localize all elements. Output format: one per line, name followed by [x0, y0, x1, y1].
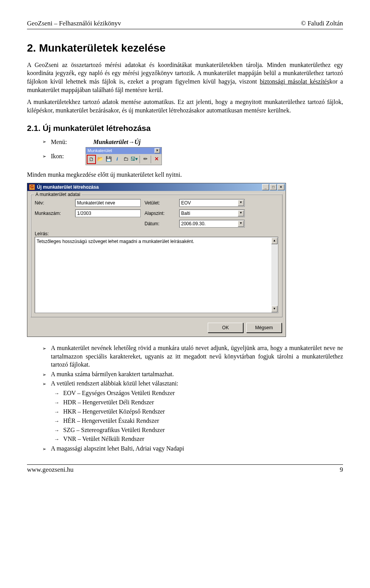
page-header: GeoZseni – Felhasználói kézikönyv © Falu…: [27, 19, 343, 28]
open-folder-icon[interactable]: 📂: [96, 155, 104, 163]
note-item: A munka száma bármilyen karaktert tartal…: [51, 370, 174, 379]
arrow-icon: →: [54, 390, 59, 397]
paragraph-intro: A GeoZseni az összetartozó mérési adatok…: [27, 61, 343, 94]
select-alapszint[interactable]: Balti▼: [179, 209, 245, 217]
scrollbar[interactable]: ▲ ▼: [271, 238, 278, 312]
arrow-icon: →: [54, 399, 59, 407]
menu-label: Menü:: [51, 138, 82, 146]
new-file-icon[interactable]: 🗋: [87, 155, 96, 164]
minimize-icon[interactable]: _: [262, 184, 269, 190]
paragraph-open: Minden munka megkezdése előtt új munkate…: [27, 171, 343, 179]
maximize-icon[interactable]: □: [270, 184, 277, 190]
arrow-icon: →: [54, 436, 59, 443]
projection-item: HKR – Hengervetület Középső Rendszer: [63, 407, 165, 416]
info-icon[interactable]: i: [113, 155, 121, 163]
disk-icon[interactable]: 🖫▾: [130, 155, 138, 163]
header-left: GeoZseni – Felhasználói kézikönyv: [27, 19, 121, 28]
label-leiras: Leírás:: [35, 231, 278, 237]
chevron-down-icon[interactable]: ▼: [238, 200, 244, 206]
bullet-icon: ➢: [42, 345, 46, 352]
footer-rule: [27, 464, 343, 465]
notes-list: ➢A munkaterület nevének lehetőleg rövid …: [42, 344, 343, 453]
bullet-icon: ➢: [42, 139, 46, 145]
label-nev: Név:: [35, 200, 71, 206]
page-footer: www.geozseni.hu 9: [27, 466, 343, 474]
dialog-title: Új munkaterület létrehozása: [37, 184, 99, 190]
bullet-icon: ➢: [42, 446, 46, 452]
menu-list: ➢ Menü: Munkaterület→Új ➢ Ikon: Munkater…: [42, 138, 343, 165]
eraser-icon[interactable]: ✏: [141, 155, 150, 163]
input-munkaszam[interactable]: 1/2003: [75, 209, 141, 217]
close-icon[interactable]: ×: [278, 184, 284, 190]
projection-item: HÉR – Hengervetület Északi Rendszer: [63, 417, 159, 425]
delete-icon[interactable]: ✕: [152, 155, 161, 163]
note-item: A vetületi rendszert alábbiak közül lehe…: [51, 379, 178, 388]
note-item: A magassági alapszint lehet Balti, Adria…: [51, 444, 184, 453]
toolbar-separator: [140, 156, 140, 163]
bullet-icon: ➢: [42, 153, 46, 159]
close-icon[interactable]: ×: [155, 148, 160, 153]
bullet-icon: ➢: [42, 372, 46, 378]
heading-2: 2.1. Új munkaterület létrehozása: [27, 123, 343, 134]
toolbar-title: Munkaterület: [87, 148, 112, 154]
paragraph-autosave: A munkaterületekhez tartozó adatok menté…: [27, 98, 343, 114]
label-vetulet: Vetület:: [145, 200, 175, 206]
input-nev[interactable]: Munkaterület neve: [75, 199, 141, 207]
chevron-down-icon[interactable]: ▼: [238, 221, 244, 227]
groupbox-data: A munkaterület adatai Név: Munkaterület …: [30, 194, 283, 317]
projection-item: EOV – Egységes Országos Vetületi Rendsze…: [63, 389, 175, 397]
link-backup[interactable]: biztonsági másolat készítés: [260, 78, 329, 85]
groupbox-legend: A munkaterület adatai: [34, 191, 82, 198]
label-munkaszam: Munkaszám:: [35, 210, 71, 216]
menu-path: Munkaterület→Új: [93, 138, 141, 146]
arrow-icon: →: [54, 409, 59, 416]
arrow-icon: →: [54, 427, 59, 434]
page-number: 9: [340, 466, 343, 474]
ikon-label: Ikon:: [51, 152, 82, 161]
heading-1: 2. Munkaterületek kezelése: [27, 41, 343, 55]
footer-url: www.geozseni.hu: [27, 466, 74, 474]
chevron-down-icon[interactable]: ▼: [238, 210, 244, 216]
header-rule: [27, 29, 343, 29]
scroll-up-icon[interactable]: ▲: [271, 238, 278, 244]
ok-button[interactable]: OK: [208, 323, 243, 333]
arrow-icon: →: [54, 418, 59, 425]
dialog-titlebar[interactable]: G Új munkaterület létrehozása _ □ ×: [27, 183, 286, 191]
projection-item: SZG – Sztereografikus Vetületi Rendszer: [63, 426, 165, 434]
scroll-down-icon[interactable]: ▼: [271, 306, 278, 312]
toolbar: Munkaterület × 🗋 📂 💾 i 🗀 🖫▾ ✏ ✕: [86, 147, 162, 165]
textarea-leiras[interactable]: Tetszőleges hosszúságú szöveget lehet ma…: [35, 237, 278, 313]
header-right: © Faludi Zoltán: [301, 19, 343, 28]
app-icon: G: [29, 184, 35, 190]
select-vetulet[interactable]: EOV▼: [179, 199, 245, 207]
bullet-icon: ➢: [42, 381, 46, 387]
save-icon[interactable]: 💾: [104, 155, 113, 163]
label-alapszint: Alapszint:: [145, 210, 175, 216]
cancel-button[interactable]: Mégsem: [246, 323, 282, 333]
input-datum[interactable]: 2006.09.30.▼: [179, 220, 245, 228]
projection-item: VNR – Vetület Nélküli Rendszer: [63, 435, 144, 443]
note-item: A munkaterület nevének lehetőleg rövid a…: [51, 344, 343, 369]
dialog-new-workspace: G Új munkaterület létrehozása _ □ × A mu…: [27, 183, 286, 337]
folder-icon[interactable]: 🗀: [121, 155, 130, 163]
toolbar-separator: [151, 156, 151, 163]
label-datum: Dátum:: [145, 221, 175, 227]
projection-item: HDR – Hengervetület Déli Rendszer: [63, 398, 154, 407]
